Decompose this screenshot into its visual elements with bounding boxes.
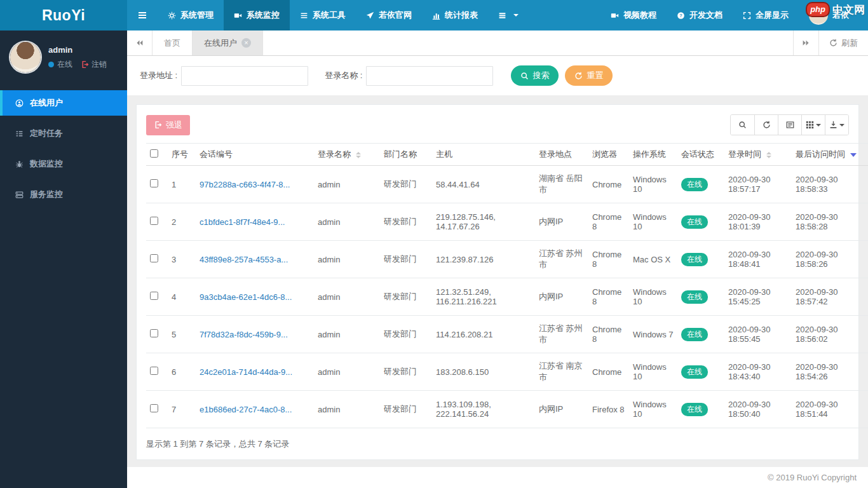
dept-name: 研发部门 (380, 316, 432, 353)
col-login-time[interactable]: 登录时间 (724, 144, 792, 166)
export-button[interactable] (825, 115, 848, 135)
grid-columns-icon (806, 121, 814, 129)
sidebar-item-service-monitor[interactable]: 服务监控 (0, 182, 127, 207)
row-checkbox[interactable] (150, 217, 158, 225)
tasks-icon (15, 130, 24, 138)
sidebar-toggle-button[interactable] (127, 0, 158, 30)
sidebar-item-scheduled-tasks[interactable]: 定时任务 (0, 121, 127, 146)
session-id-link[interactable]: 24c2e01a-714d-44da-9... (200, 367, 292, 377)
status-badge: 在线 (681, 403, 708, 416)
sidebar-item-online-users[interactable]: 在线用户 (0, 90, 127, 116)
login-location: 内网IP (535, 203, 588, 241)
main-menu: 系统管理 系统监控 系统工具 若依官网 统计报表 (127, 0, 529, 30)
tab-bar: 首页 在线用户 × 刷新 (127, 30, 868, 56)
session-id-link[interactable]: 7f78d32a-f8dc-459b-9... (200, 330, 288, 339)
search-button[interactable]: 搜索 (511, 65, 559, 86)
nav-label: 系统管理 (180, 10, 214, 21)
server-icon (15, 191, 24, 199)
host: 183.208.6.150 (432, 353, 535, 391)
last-access-time: 2020-09-30 18:56:02 (792, 316, 865, 353)
session-id-link[interactable]: 43ff89e8-257a-4553-a... (200, 255, 288, 264)
user-circle-icon (15, 99, 24, 107)
reset-button[interactable]: 重置 (565, 65, 613, 86)
nav-item-dev-docs[interactable]: ? 开发文档 (667, 0, 733, 30)
row-index: 3 (168, 241, 196, 278)
video-icon (611, 11, 619, 20)
login-name-input[interactable] (366, 66, 493, 86)
close-icon[interactable]: × (241, 38, 251, 48)
row-checkbox[interactable] (150, 367, 158, 375)
login-time: 2020-09-30 18:01:39 (724, 203, 792, 241)
session-id-link[interactable]: c1bfdec1-8f7f-48e4-9... (200, 217, 285, 227)
download-icon (829, 121, 837, 129)
browser: Chrome 8 (588, 316, 629, 353)
menu-list-icon (498, 11, 506, 20)
table-row: 197b2288a-c663-4f47-8...admin研发部门58.44.4… (146, 166, 868, 203)
os: Windows 10 (629, 278, 677, 316)
table-body: 197b2288a-c663-4f47-8...admin研发部门58.44.4… (146, 166, 868, 428)
row-checkbox[interactable] (150, 254, 158, 262)
nav-item-system-monitor[interactable]: 系统监控 (224, 0, 290, 30)
tab-home[interactable]: 首页 (153, 30, 193, 55)
row-index: 2 (168, 203, 196, 241)
login-address-input[interactable] (181, 66, 308, 86)
session-id-link[interactable]: e1b686ed-27c7-4ac0-8... (200, 405, 292, 414)
row-checkbox[interactable] (150, 404, 158, 412)
nav-item-more-dropdown[interactable] (488, 0, 529, 30)
tabs-scroll-right-button[interactable] (793, 30, 818, 55)
detail-view-icon (786, 121, 794, 129)
sidebar-menu: 在线用户 定时任务 数据监控 服务监控 (0, 90, 127, 207)
status-badge: 在线 (681, 253, 708, 266)
nav-item-video-tutorial[interactable]: 视频教程 (600, 0, 667, 30)
nav-label: 若依官网 (379, 10, 412, 21)
host: 219.128.75.146, 14.17.67.26 (432, 203, 535, 241)
nav-item-statistics[interactable]: 统计报表 (422, 0, 488, 30)
question-circle-icon: ? (677, 11, 685, 20)
nav-item-system-tools[interactable]: 系统工具 (290, 0, 356, 30)
last-access-time: 2020-09-30 18:54:26 (792, 353, 865, 391)
nav-label: 统计报表 (445, 10, 478, 21)
col-os: 操作系统 (629, 144, 677, 166)
login-location: 内网IP (535, 278, 588, 316)
row-checkbox[interactable] (150, 329, 158, 337)
browser: Firefox 8 (588, 391, 629, 428)
tabs-scroll-left-button[interactable] (127, 30, 153, 55)
refresh-tab-button[interactable]: 刷新 (818, 30, 868, 55)
logout-icon (81, 60, 89, 69)
nav-item-official-site[interactable]: 若依官网 (356, 0, 422, 30)
select-all-checkbox[interactable] (150, 149, 158, 158)
refresh-icon (829, 39, 837, 47)
sidebar-item-label: 在线用户 (30, 97, 63, 109)
toggle-search-button[interactable] (731, 115, 754, 135)
row-index: 6 (168, 353, 196, 391)
sort-icon (766, 152, 771, 158)
tab-label: 在线用户 (204, 37, 237, 49)
double-right-icon (802, 39, 810, 47)
list-icon (300, 11, 308, 20)
col-login-name[interactable]: 登录名称 (314, 144, 380, 166)
login-name: admin (314, 278, 380, 316)
refresh-table-button[interactable] (754, 115, 778, 135)
nav-item-fullscreen[interactable]: 全屏显示 (733, 0, 799, 30)
col-last-access[interactable]: 最后访问时间 (792, 144, 865, 166)
logout-link[interactable]: 注销 (81, 59, 107, 70)
tab-online-users[interactable]: 在线用户 × (193, 30, 263, 55)
force-logout-button[interactable]: 强退 (146, 115, 190, 135)
sidebar-item-data-monitor[interactable]: 数据监控 (0, 151, 127, 177)
session-id-link[interactable]: 9a3cb4ae-62e1-4dc6-8... (200, 292, 292, 302)
row-checkbox[interactable] (150, 179, 158, 187)
search-icon (738, 121, 747, 129)
nav-item-system-manage[interactable]: 系统管理 (158, 0, 224, 30)
toggle-detail-view-button[interactable] (778, 115, 801, 135)
bug-icon (15, 160, 24, 168)
row-checkbox[interactable] (150, 292, 158, 300)
browser: Chrome 8 (588, 203, 629, 241)
host: 121.32.51.249, 116.211.216.221 (432, 278, 535, 316)
session-id-link[interactable]: 97b2288a-c663-4f47-8... (200, 180, 290, 189)
os: Windows 10 (629, 391, 677, 428)
browser: Chrome 8 (588, 278, 629, 316)
col-browser: 浏览器 (588, 144, 629, 166)
app-logo[interactable]: RuoYi (0, 0, 127, 30)
avatar (10, 42, 41, 72)
columns-button[interactable] (801, 115, 825, 135)
